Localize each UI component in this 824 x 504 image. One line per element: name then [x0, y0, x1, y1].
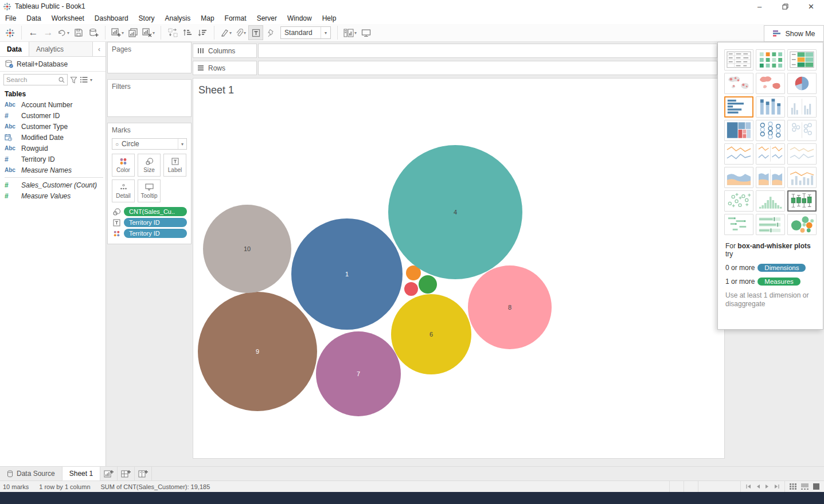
bubble-territory-6[interactable]: 6	[391, 294, 471, 374]
pill-cnt-sales-cu[interactable]: CNT(Sales_Cu..	[124, 207, 187, 216]
highlight-pen-icon[interactable]: ▾	[218, 25, 233, 40]
pill-territory-id[interactable]: Territory ID	[124, 218, 187, 227]
menu-file[interactable]: File	[0, 14, 21, 22]
field-measure-values[interactable]: #Measure Values	[0, 190, 106, 201]
menu-dashboard[interactable]: Dashboard	[89, 14, 134, 22]
showme-side-by-side-circles[interactable]	[787, 120, 817, 141]
tab-analytics[interactable]: Analytics	[29, 42, 93, 56]
showme-treemap[interactable]	[724, 120, 753, 141]
menu-window[interactable]: Window	[282, 14, 317, 22]
pill-territory-id[interactable]: Territory ID	[124, 229, 187, 238]
pages-shelf[interactable]: Pages	[107, 42, 192, 73]
showme-heat-map[interactable]	[787, 49, 817, 71]
showme-scatter-plot[interactable]	[724, 190, 753, 212]
paperclip-icon[interactable]: ▾	[233, 25, 248, 40]
previous-sheet-icon[interactable]	[756, 484, 760, 489]
tab-data-source[interactable]: Data Source	[0, 467, 63, 480]
duplicate-sheet-icon[interactable]	[126, 25, 140, 40]
bubble-territory-10[interactable]: 10	[203, 205, 291, 293]
field-measure-names[interactable]: AbcMeasure Names	[0, 165, 106, 175]
showme-continuous-area[interactable]	[724, 167, 753, 188]
full-view-icon[interactable]	[813, 483, 819, 490]
bubble-territory-1[interactable]: 1	[291, 218, 403, 330]
new-worksheet-icon[interactable]: ▾	[110, 25, 126, 40]
replay-icon[interactable]: ▾	[56, 25, 71, 40]
fit-mode-dropdown[interactable]: Standard ▾	[280, 26, 331, 39]
presentation-mode-icon[interactable]	[358, 25, 373, 40]
first-sheet-icon[interactable]	[745, 484, 751, 489]
showme-packed-bubbles[interactable]	[787, 214, 817, 235]
next-sheet-icon[interactable]	[765, 484, 770, 489]
new-worksheet-button[interactable]	[100, 467, 118, 480]
showme-gantt[interactable]	[724, 214, 753, 235]
undo-icon[interactable]: ←	[26, 25, 41, 40]
redo-icon[interactable]: →	[41, 25, 56, 40]
field-sales-customer-count[interactable]: #Sales_Customer (Count)	[0, 179, 106, 190]
show-mark-labels-icon[interactable]	[248, 25, 263, 40]
field-customer-type[interactable]: AbcCustomer Type	[0, 121, 106, 132]
showme-side-by-side-bars[interactable]	[787, 96, 817, 118]
tab-sheet1[interactable]: Sheet 1	[63, 467, 100, 480]
showme-discrete-lines[interactable]	[756, 143, 785, 165]
showme-stacked-bars[interactable]	[756, 96, 785, 118]
new-data-source-icon[interactable]	[86, 25, 101, 40]
swap-rows-columns-icon[interactable]	[165, 25, 180, 40]
showme-bullet-graph[interactable]	[756, 214, 785, 235]
bubble-territory-3[interactable]	[404, 282, 418, 296]
tooltip-button[interactable]: Tooltip	[138, 179, 161, 202]
sort-descending-icon[interactable]	[195, 25, 210, 40]
showme-symbol-map[interactable]	[724, 73, 753, 94]
label-button[interactable]: Label	[163, 154, 186, 177]
showme-pie-chart[interactable]	[787, 73, 817, 94]
show-me-button[interactable]: Show Me	[764, 25, 824, 42]
filmstrip-view-icon[interactable]	[801, 483, 809, 490]
showme-highlight-table[interactable]	[756, 49, 785, 71]
field-territory-id[interactable]: #Territory ID	[0, 154, 106, 165]
collapse-pane-icon[interactable]: ‹	[93, 45, 106, 53]
restore-button[interactable]	[772, 0, 798, 13]
new-dashboard-button[interactable]	[118, 467, 135, 480]
field-customer-id[interactable]: #Customer ID	[0, 110, 106, 121]
menu-map[interactable]: Map	[196, 14, 219, 22]
save-icon[interactable]	[71, 25, 86, 40]
size-button[interactable]: Size	[138, 154, 161, 177]
showme-histogram[interactable]	[756, 190, 785, 212]
showme-dual-combination[interactable]	[787, 167, 817, 188]
menu-worksheet[interactable]: Worksheet	[46, 14, 89, 22]
showme-dual-lines[interactable]	[787, 143, 817, 165]
data-source-connection[interactable]: Retail+Database	[0, 57, 106, 72]
tab-data[interactable]: Data	[0, 42, 29, 56]
menu-server[interactable]: Server	[252, 14, 282, 22]
bubble-territory-8[interactable]: 8	[468, 265, 552, 349]
menu-data[interactable]: Data	[21, 14, 46, 22]
view-options-icon[interactable]	[80, 76, 88, 83]
search-input[interactable]: Search	[3, 74, 68, 85]
menu-help[interactable]: Help	[317, 14, 342, 22]
show-hide-cards-icon[interactable]: ▾	[342, 25, 358, 40]
new-story-button[interactable]	[135, 467, 152, 480]
show-sheet-tabs-icon[interactable]	[790, 483, 796, 490]
sort-ascending-icon[interactable]	[180, 25, 195, 40]
close-button[interactable]: ✕	[798, 0, 824, 13]
bubble-territory-7[interactable]: 7	[316, 331, 401, 416]
last-sheet-icon[interactable]	[774, 484, 780, 489]
field-modified-date[interactable]: Modified Date	[0, 132, 106, 143]
field-rowguid[interactable]: AbcRowguid	[0, 143, 106, 154]
bubble-territory-5[interactable]	[419, 275, 437, 294]
showme-horizontal-bars[interactable]	[724, 96, 753, 118]
showme-text-table[interactable]	[724, 49, 753, 71]
showme-continuous-lines[interactable]	[724, 143, 753, 165]
showme-discrete-area[interactable]	[756, 167, 785, 188]
clear-sheet-icon[interactable]: ▾	[140, 25, 157, 40]
pin-icon[interactable]	[263, 25, 278, 40]
minimize-button[interactable]: –	[747, 0, 772, 13]
showme-circle-views[interactable]	[756, 120, 785, 141]
bubble-territory-9[interactable]: 9	[198, 292, 317, 411]
menu-story[interactable]: Story	[134, 14, 160, 22]
menu-analysis[interactable]: Analysis	[160, 14, 196, 22]
mark-type-dropdown[interactable]: ○ Circle ▾	[112, 138, 187, 150]
menu-format[interactable]: Format	[220, 14, 252, 22]
filters-shelf[interactable]: Filters	[107, 79, 192, 117]
bubble-territory-4[interactable]: 4	[388, 145, 522, 279]
rows-shelf-drop-area[interactable]	[258, 61, 717, 75]
